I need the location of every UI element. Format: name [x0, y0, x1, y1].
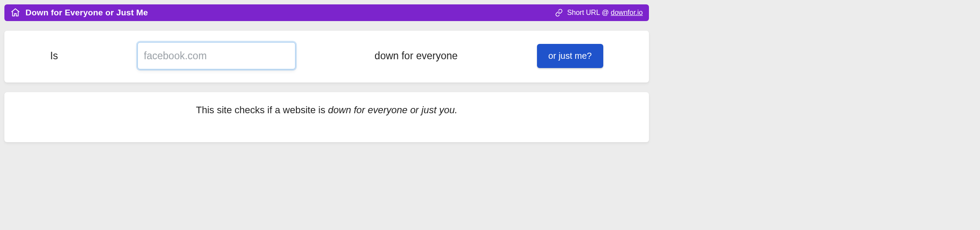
header-right: Short URL @ downfor.io — [555, 9, 643, 17]
short-url-link[interactable]: downfor.io — [611, 9, 643, 16]
check-form-card: Is down for everyone or just me? — [4, 31, 649, 83]
header-left: Down for Everyone or Just Me — [11, 8, 148, 18]
home-icon[interactable] — [11, 8, 20, 18]
form-prefix: Is — [50, 50, 58, 62]
check-form-row: Is down for everyone or just me? — [15, 42, 638, 69]
header-bar: Down for Everyone or Just Me Short URL @… — [4, 4, 649, 21]
form-middle: down for everyone — [375, 50, 458, 62]
description-italic: down for everyone or just you. — [328, 104, 458, 115]
description-text: This site checks if a website is down fo… — [15, 104, 638, 116]
description-prefix: This site checks if a website is — [196, 104, 328, 115]
short-url-container: Short URL @ downfor.io — [567, 9, 643, 17]
description-card: This site checks if a website is down fo… — [4, 92, 649, 142]
site-title: Down for Everyone or Just Me — [25, 8, 148, 18]
short-url-label: Short URL @ — [567, 9, 611, 16]
link-icon — [555, 9, 563, 17]
url-input[interactable] — [137, 42, 295, 69]
check-button[interactable]: or just me? — [537, 44, 603, 68]
